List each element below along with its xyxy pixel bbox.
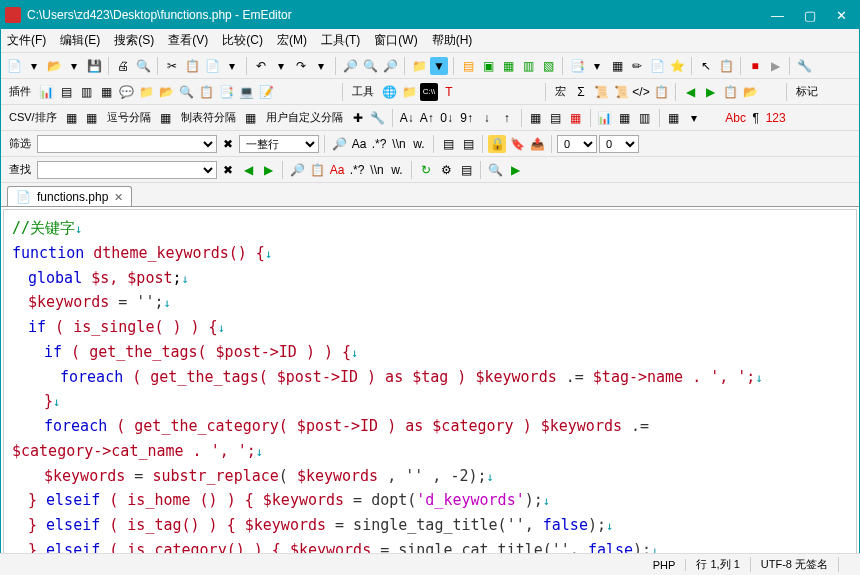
sort-icon[interactable]: A↑	[418, 109, 436, 127]
cut-icon[interactable]: ✂	[163, 57, 181, 75]
dropdown-icon[interactable]: ▾	[685, 109, 703, 127]
plugin-icon[interactable]: 📝	[257, 83, 275, 101]
dropdown-icon[interactable]: ▾	[223, 57, 241, 75]
mark-icon[interactable]: 123	[767, 109, 785, 127]
sort-icon[interactable]: 0↓	[438, 109, 456, 127]
find-icon[interactable]: 🔍	[486, 161, 504, 179]
filter-icon[interactable]: 🔎	[330, 135, 348, 153]
sigma-icon[interactable]: Σ	[572, 83, 590, 101]
menu-search[interactable]: 搜索(S)	[114, 32, 154, 49]
edit-icon[interactable]: ✏	[628, 57, 646, 75]
sort-icon[interactable]: ↑	[498, 109, 516, 127]
doc-icon[interactable]: 📄	[648, 57, 666, 75]
menu-edit[interactable]: 编辑(E)	[60, 32, 100, 49]
window-icon[interactable]: ▦	[499, 57, 517, 75]
line-select[interactable]: 一整行	[239, 135, 319, 153]
mark-icon[interactable]: ¶	[747, 109, 765, 127]
menu-window[interactable]: 窗口(W)	[374, 32, 417, 49]
stop-icon[interactable]: ■	[746, 57, 764, 75]
filter-icon[interactable]: ▼	[430, 57, 448, 75]
sort-icon[interactable]: A↓	[398, 109, 416, 127]
regex-icon[interactable]: .*?	[370, 135, 388, 153]
tool-icon[interactable]: ▤	[547, 109, 565, 127]
dropdown-icon[interactable]: ▾	[25, 57, 43, 75]
num-select[interactable]: 0	[599, 135, 639, 153]
tool-icon[interactable]: 🔧	[369, 109, 387, 127]
copy-icon[interactable]: 📋	[183, 57, 201, 75]
mark-icon[interactable]: Abc	[727, 109, 745, 127]
word-icon[interactable]: w.	[410, 135, 428, 153]
tool-icon[interactable]: ▦	[567, 109, 585, 127]
macro-icon[interactable]: 📂	[741, 83, 759, 101]
plugin-icon[interactable]: 📋	[197, 83, 215, 101]
tool-icon[interactable]: 📊	[596, 109, 614, 127]
escape-icon[interactable]: \\n	[390, 135, 408, 153]
close-icon[interactable]: ▶	[506, 161, 524, 179]
grid-icon[interactable]: ▦	[63, 109, 81, 127]
back-icon[interactable]: ◀	[681, 83, 699, 101]
list-icon[interactable]: ▤	[457, 161, 475, 179]
grid-icon[interactable]: ▦	[83, 109, 101, 127]
menu-file[interactable]: 文件(F)	[7, 32, 46, 49]
forward-icon[interactable]: ▶	[701, 83, 719, 101]
window-icon[interactable]: ▤	[459, 57, 477, 75]
tab-label[interactable]: 制表符分隔	[177, 110, 240, 125]
bookmark-icon[interactable]: 🔖	[508, 135, 526, 153]
cancel-icon[interactable]: ✖	[219, 161, 237, 179]
sort-icon[interactable]: 9↑	[458, 109, 476, 127]
tool-icon[interactable]: ▦	[665, 109, 683, 127]
file-tab[interactable]: 📄 functions.php ✕	[7, 186, 132, 206]
find-input[interactable]	[37, 161, 217, 179]
search-icon[interactable]: 🔎	[341, 57, 359, 75]
dropdown-icon[interactable]: ▾	[312, 57, 330, 75]
filter-icon[interactable]: ▤	[459, 135, 477, 153]
num-select[interactable]: 0	[557, 135, 597, 153]
grid-icon[interactable]: ▦	[242, 109, 260, 127]
doc-icon[interactable]: 📑	[568, 57, 586, 75]
macro-icon[interactable]: 📜	[612, 83, 630, 101]
word-icon[interactable]: w.	[388, 161, 406, 179]
plugin-icon[interactable]: ▥	[77, 83, 95, 101]
menu-tool[interactable]: 工具(T)	[321, 32, 360, 49]
doc-icon[interactable]: 📋	[308, 161, 326, 179]
open-folder-icon[interactable]: 📂	[45, 57, 63, 75]
plugin-icon[interactable]: ▦	[97, 83, 115, 101]
save-icon[interactable]: 💾	[85, 57, 103, 75]
maximize-button[interactable]: ▢	[804, 8, 816, 23]
opt-icon[interactable]: ⚙	[437, 161, 455, 179]
dropdown-icon[interactable]: ▾	[65, 57, 83, 75]
tool-icon[interactable]: ▦	[527, 109, 545, 127]
menu-compare[interactable]: 比较(C)	[222, 32, 263, 49]
filter-input[interactable]	[37, 135, 217, 153]
comma-label[interactable]: 逗号分隔	[103, 110, 155, 125]
prev-icon[interactable]: ◀	[239, 161, 257, 179]
search-icon[interactable]: 🔎	[288, 161, 306, 179]
plugin-icon[interactable]: 💬	[117, 83, 135, 101]
table-icon[interactable]: ▦	[608, 57, 626, 75]
dropdown-icon[interactable]: ▾	[272, 57, 290, 75]
next-icon[interactable]: ▶	[259, 161, 277, 179]
new-file-icon[interactable]: 📄	[5, 57, 23, 75]
explorer-icon[interactable]: 📁	[400, 83, 418, 101]
macro-icon[interactable]: 📋	[652, 83, 670, 101]
window-icon[interactable]: ▧	[539, 57, 557, 75]
play-icon[interactable]: ▶	[766, 57, 784, 75]
ie-icon[interactable]: 🌐	[380, 83, 398, 101]
aa-icon[interactable]: Aa	[350, 135, 368, 153]
menu-help[interactable]: 帮助(H)	[432, 32, 473, 49]
plugin-icon[interactable]: 🔍	[177, 83, 195, 101]
dropdown-icon[interactable]: ▾	[588, 57, 606, 75]
code-editor[interactable]: //关键字↓ function dtheme_keywords() {↓ glo…	[3, 209, 857, 557]
cursor-icon[interactable]: ↖	[697, 57, 715, 75]
lock-icon[interactable]: 🔒	[488, 135, 506, 153]
folder-search-icon[interactable]: 📁	[410, 57, 428, 75]
plugin-icon[interactable]: 📊	[37, 83, 55, 101]
regex-icon[interactable]: .*?	[348, 161, 366, 179]
wrap-icon[interactable]: ↻	[417, 161, 435, 179]
aa-icon[interactable]: Aa	[328, 161, 346, 179]
user-label[interactable]: 用户自定义分隔	[262, 110, 347, 125]
plugin-icon[interactable]: 📑	[217, 83, 235, 101]
paste-icon[interactable]: 📄	[203, 57, 221, 75]
print-icon[interactable]: 🖨	[114, 57, 132, 75]
plugin-icon[interactable]: 📂	[157, 83, 175, 101]
